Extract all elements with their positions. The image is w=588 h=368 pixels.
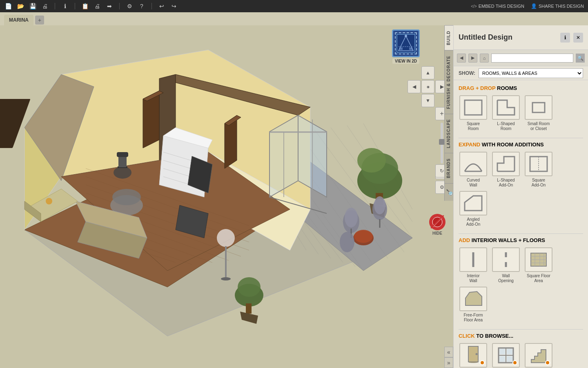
browse-doors-item[interactable]: Doors [459, 343, 488, 368]
curved-wall-item[interactable]: CurvedWall [459, 152, 488, 188]
browse-title-part1: CLICK [459, 333, 475, 339]
share-icon: 👤 [531, 3, 537, 9]
sq-addon-item[interactable]: SquareAdd-On [524, 152, 553, 188]
svg-point-61 [345, 208, 358, 227]
show-row: SHOW: ROOMS, WALLS & AREAS FURNITURE DIM… [454, 66, 588, 80]
svg-point-41 [112, 189, 141, 205]
panel-back-btn[interactable]: ◀ [457, 54, 466, 63]
angled-addon-item[interactable]: AngledAdd-On [459, 191, 488, 227]
hide-btn[interactable]: HIDE [426, 213, 448, 236]
sq-floor-item[interactable]: Square FloorArea [524, 247, 553, 283]
nav-controls: ▲ ◀ ◉ ▶ ▼ [408, 66, 448, 107]
undo-icon[interactable]: ↩ [158, 2, 166, 10]
interior-grid: InteriorWall WallOpening [459, 247, 583, 323]
side-tab-brands[interactable]: BRANDS [445, 153, 453, 183]
panel-close-btn[interactable]: ✕ [573, 33, 583, 43]
browse-stairs-item[interactable]: Stairs [524, 343, 553, 368]
nav-left-btn[interactable]: ◀ [408, 80, 421, 93]
floor-plan-svg [0, 25, 453, 368]
svg-rect-92 [465, 100, 482, 115]
panel-forward-btn[interactable]: ▶ [468, 54, 477, 63]
view-in-2d-button[interactable]: VIEW IN 2D [391, 29, 421, 64]
redo-icon[interactable]: ↪ [170, 2, 178, 10]
view2d-icon [392, 29, 420, 57]
right-panel: Untitled Design ℹ ✕ ◀ ▶ ⌂ 🔍 SHOW: ROOMS,… [453, 25, 588, 368]
interior-wall-label: InteriorWall [467, 274, 479, 283]
sq-addon-label: SquareAdd-On [532, 178, 546, 188]
wall-opening-item[interactable]: WallOpening [491, 247, 521, 283]
browse-windows-item[interactable]: Windows [491, 343, 521, 368]
svg-rect-118 [507, 356, 512, 362]
separator1 [55, 3, 55, 9]
settings-icon[interactable]: ⚙ [125, 2, 134, 10]
canvas-area[interactable]: VIEW IN 2D ▲ ◀ ◉ ▶ ▼ + − ↻ ⚙ [0, 25, 453, 368]
svg-rect-89 [409, 47, 412, 50]
browse-title-part2: TO BROWSE... [476, 333, 513, 339]
svg-marker-98 [465, 196, 482, 211]
panel-search-btn[interactable]: 🔍 [576, 54, 585, 63]
tab-add-btn[interactable]: + [35, 16, 44, 25]
print-icon[interactable]: 🖨 [93, 2, 101, 10]
svg-point-111 [476, 353, 478, 355]
show-select[interactable]: ROOMS, WALLS & AREAS FURNITURE DIMENSION… [479, 68, 583, 78]
embed-btn[interactable]: </> EMBED THIS DESIGN [471, 4, 524, 9]
svg-point-68 [340, 232, 354, 252]
side-tab-search[interactable]: 🔍 [445, 183, 453, 201]
share-btn[interactable]: 👤 SHARE THIS DESIGN [531, 3, 584, 9]
svg-rect-116 [507, 349, 512, 355]
side-tab-build[interactable]: BUILD [445, 25, 453, 50]
svg-point-67 [354, 230, 373, 243]
panel-title: Untitled Design [459, 33, 557, 42]
collapse-up-btn[interactable]: « [444, 347, 453, 357]
new-icon[interactable]: 📄 [4, 2, 12, 10]
interior-wall-item[interactable]: InteriorWall [459, 247, 488, 283]
divider2 [459, 233, 583, 234]
svg-rect-117 [499, 356, 505, 362]
svg-point-80 [114, 166, 131, 179]
nav-center-btn[interactable]: ◉ [421, 80, 434, 93]
interior-title-part1: ADD [459, 237, 470, 243]
nav-down-btn[interactable]: ▼ [421, 94, 434, 107]
l-addon-item[interactable]: L-ShapedAdd-On [491, 152, 521, 188]
saveas-icon[interactable]: 🖨 [41, 2, 49, 10]
panel-search-input[interactable] [491, 54, 573, 63]
divider3 [459, 329, 583, 330]
interior-title: ADD INTERIOR WALLS + FLOORS [459, 237, 583, 243]
side-tab-landscape[interactable]: LANDSCAPE [445, 114, 453, 153]
expand-title-part2: WITH ROOM ADDITIONS [482, 141, 544, 148]
side-tab-furnish[interactable]: FURNISH & DECORATE [445, 50, 453, 114]
drag-drop-title: DRAG + DROP ROOMS [459, 85, 583, 91]
svg-point-90 [432, 217, 442, 227]
export-icon[interactable]: ➡ [105, 2, 114, 10]
svg-rect-115 [499, 349, 505, 355]
room-small-item[interactable]: Small Roomor Closet [524, 95, 553, 131]
save-icon[interactable]: 💾 [29, 2, 37, 10]
room-lshaped-item[interactable]: L-ShapedRoom [491, 95, 521, 131]
top-toolbar: 📄 📂 💾 🖨 ℹ 📋 🖨 ➡ ⚙ ? ↩ ↪ </> EMBED THIS D… [0, 0, 588, 12]
browse-grid: Doors [459, 343, 583, 368]
room-square-label: SquareRoom [467, 121, 480, 131]
room-square-item[interactable]: SquareRoom [459, 95, 488, 131]
help-icon[interactable]: ? [138, 2, 146, 10]
tab-marina[interactable]: MARINA [4, 15, 33, 25]
interior-wall-icon [459, 247, 487, 272]
svg-rect-93 [532, 103, 545, 112]
panel-info-btn[interactable]: ℹ [560, 33, 570, 43]
sq-addon-icon [525, 152, 552, 176]
open-icon[interactable]: 📂 [16, 2, 24, 10]
collapse-down-btn[interactable]: » [444, 357, 453, 368]
browse-windows-icon [492, 343, 520, 368]
browse-doors-icon [459, 343, 487, 368]
code-icon: </> [471, 4, 477, 9]
info-icon[interactable]: ℹ [61, 2, 69, 10]
l-addon-label: L-ShapedAdd-On [497, 178, 514, 188]
ff-floor-icon [459, 287, 487, 311]
pages-icon[interactable]: 📋 [81, 2, 89, 10]
zoom-thumb[interactable] [439, 139, 445, 145]
ff-floor-item[interactable]: Free-FormFloor Area [459, 287, 488, 323]
nav-up-btn[interactable]: ▲ [421, 66, 434, 79]
svg-rect-84 [397, 34, 415, 52]
panel-home-btn[interactable]: ⌂ [480, 54, 489, 63]
svg-point-79 [46, 198, 52, 204]
l-addon-icon [492, 152, 520, 176]
